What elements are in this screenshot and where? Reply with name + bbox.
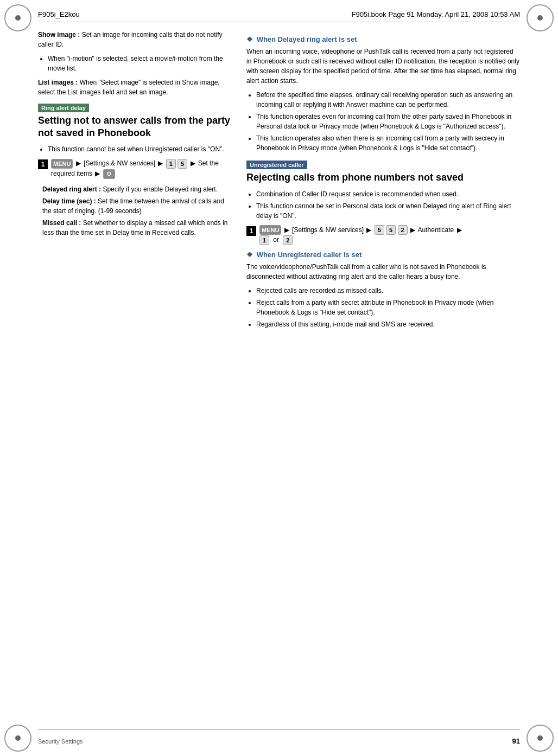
corner-decoration-bl [4, 725, 31, 752]
footer-page: 91 [512, 737, 520, 745]
left-column: Show image : Set an image for incoming c… [38, 30, 233, 723]
footer-section: Security Settings [38, 738, 83, 745]
diamond-icon-1: ❖ [246, 35, 253, 43]
unregistered-bullet-2: Reject calls from a party with secret at… [256, 298, 520, 317]
right-note2-1: Combination of Caller ID request service… [256, 189, 520, 199]
main-content: Show image : Set an image for incoming c… [38, 30, 520, 723]
step2-menu-key: MENU [259, 225, 281, 235]
unregistered-bullet-3: Regardless of this setting, i-mode mail … [256, 319, 520, 329]
step1-key2: 5 [177, 159, 187, 169]
definitions: Delayed ring alert : Specify if you enab… [38, 184, 233, 238]
def-term-missed: Missed call : [42, 219, 81, 227]
header: F905i_E2kou F905i.book Page 91 Monday, A… [38, 7, 520, 22]
step2-arrow1: ▶ [284, 226, 289, 234]
diamond-icon-2: ❖ [246, 251, 253, 259]
subheading-unregistered: ❖ When Unregistered caller is set [246, 251, 520, 259]
right-section-heading: Rejecting calls from phone numbers not s… [246, 171, 520, 184]
def-missed-call: Missed call : Set whether to display a m… [38, 218, 233, 238]
corner-decoration-tr [527, 4, 554, 31]
unregistered-bullets: Rejected calls are recorded as missed ca… [246, 286, 520, 329]
show-image-section: Show image : Set an image for incoming c… [38, 30, 233, 97]
header-title: F905i_E2kou [38, 10, 80, 18]
right-column: ❖ When Delayed ring alert is set When an… [246, 30, 520, 723]
footer: Security Settings 91 [38, 737, 520, 745]
unregistered-caller-bar: Unregistered caller [246, 161, 307, 169]
left-section-heading: Setting not to answer calls from the par… [38, 114, 233, 139]
def-delayed-ring-alert: Delayed ring alert : Specify if you enab… [38, 184, 233, 194]
list-images-label: List images : [38, 79, 78, 86]
step2-number: 1 [246, 226, 256, 236]
step1-content: MENU ▶ [Settings & NW services] ▶ 1 5 ▶ … [51, 158, 233, 179]
step1-key1: 1 [166, 159, 176, 169]
step2-text1: [Settings & NW services] [292, 226, 364, 234]
show-image-bullet1: When "i-motion" is selected, select a mo… [48, 54, 233, 73]
step1-arrow2: ▶ [158, 159, 163, 167]
corner-decoration-br [527, 725, 554, 752]
step2-key5: 2 [283, 235, 293, 245]
step1-number: 1 [38, 159, 48, 169]
step1-arrow1: ▶ [76, 159, 81, 167]
left-step1: 1 MENU ▶ [Settings & NW services] ▶ 1 5 … [38, 158, 233, 179]
right-notes2-list: Combination of Caller ID request service… [246, 189, 520, 221]
step2-key2: 5 [386, 225, 396, 235]
right-note2-2: This function cannot be set in Personal … [256, 201, 520, 221]
ring-alert-delay-bar: Ring alert delay [38, 104, 89, 112]
list-images-para: List images : When "Select image" is sel… [38, 78, 233, 97]
def-delay-time: Delay time (sec) : Set the time between … [38, 196, 233, 216]
unregistered-para: The voice/videophone/PushTalk call from … [246, 262, 520, 281]
delayed-bullet-2: This function operates even for incoming… [256, 112, 520, 131]
delayed-para: When an incoming voice, videophone or Pu… [246, 47, 520, 86]
show-image-label: Show image : [38, 31, 80, 39]
def-term-delaytime: Delay time (sec) : [42, 197, 96, 205]
header-line [38, 22, 520, 22]
header-book-ref: F905i.book Page 91 Monday, April 21, 200… [351, 10, 520, 18]
step2-content: MENU ▶ [Settings & NW services] ▶ 5 5 2 … [259, 225, 520, 246]
footer-line [38, 729, 520, 730]
step1-arrow4: ▶ [95, 170, 100, 177]
left-note: This function cannot be set when Unregis… [48, 144, 233, 154]
left-note-list: This function cannot be set when Unregis… [38, 144, 233, 154]
step2-key4: 1 [259, 235, 269, 245]
show-image-para: Show image : Set an image for incoming c… [38, 30, 233, 49]
right-top-section: ❖ When Delayed ring alert is set When an… [246, 35, 520, 153]
step1-menu-key: MENU [51, 159, 73, 169]
step2-key1: 5 [375, 225, 384, 235]
step2-key3: 2 [398, 225, 408, 235]
delayed-bullet-1: Before the specified time elapses, ordin… [256, 90, 520, 110]
def-term-delayed: Delayed ring alert : [42, 185, 101, 193]
step1-text1: [Settings & NW services] [84, 159, 155, 167]
step1-arrow3: ▶ [191, 159, 195, 167]
step1-confirm-key: ⊙ [103, 169, 115, 179]
step2-arrow2: ▶ [366, 226, 371, 234]
unregistered-bullet-1: Rejected calls are recorded as missed ca… [256, 286, 520, 296]
def-text-delayed: Specify if you enable Delayed ring alert… [103, 185, 217, 193]
step2-text2: Authenticate [418, 226, 454, 234]
step2-arrow3: ▶ [410, 226, 415, 234]
delayed-bullet-3: This function operates also when there i… [256, 133, 520, 153]
delayed-bullets: Before the specified time elapses, ordin… [246, 90, 520, 153]
subheading-delayed: ❖ When Delayed ring alert is set [246, 35, 520, 43]
show-image-bullets: When "i-motion" is selected, select a mo… [38, 54, 233, 73]
step2-arrow4: ▶ [457, 226, 462, 234]
right-step2: 1 MENU ▶ [Settings & NW services] ▶ 5 5 … [246, 225, 520, 246]
step2-or: or [273, 236, 279, 244]
corner-decoration-tl [4, 4, 31, 31]
